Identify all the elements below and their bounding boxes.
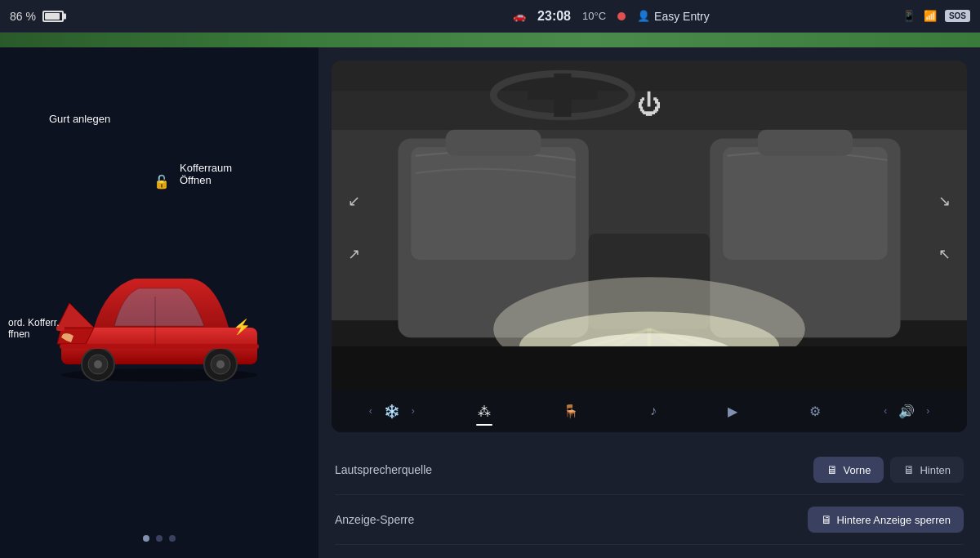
battery-percent: 86 % [10,10,36,23]
status-bar-center: 🚗 23:08 10°C 👤 Easy Entry [328,9,894,24]
right-panel: ⏻ ↙ ↗ ↘ ↖ ‹ ❄️ › ⁂ [318,47,980,558]
lautsprecherquelle-label: Lautsprecherquelle [335,463,432,476]
sos-badge[interactable]: SOS [945,10,970,22]
car-icon: 🚗 [513,10,526,22]
page-dots [143,535,176,542]
wifi-icon: 📶 [924,10,937,22]
video-icon: ▶ [728,404,737,419]
climate-tab[interactable]: ⁂ [470,400,499,422]
seat-fold-right-bottom-icon[interactable]: ↖ [938,245,951,263]
svg-text:⏻: ⏻ [637,91,662,118]
rear-view-camera: ⏻ ↙ ↗ ↘ ↖ [332,60,967,390]
map-strip [0,33,980,47]
lock-display-icon: 🖥 [821,513,832,526]
fan-icon[interactable]: ❄️ [376,400,408,422]
seat-fold-left-bottom-icon[interactable]: ↗ [348,245,360,263]
settings-section: Lautsprecherquelle 🖥 Vorne 🖥 Hinten Anze… [332,445,967,545]
svg-rect-37 [332,346,967,390]
lautsprecherquelle-row: Lautsprecherquelle 🖥 Vorne 🖥 Hinten [335,445,964,495]
svg-rect-34 [446,130,541,156]
svg-rect-35 [758,130,853,156]
fan-speed-increase[interactable]: › [412,405,415,417]
lock-icon: 🔓 [154,174,170,190]
hintere-anzeige-sperren-button[interactable]: 🖥 Hintere Anzeige sperren [808,507,964,533]
dot-1[interactable] [143,535,149,542]
music-icon: ♪ [650,404,657,418]
battery-icon [42,11,64,22]
svg-rect-30 [332,60,967,91]
screen-icon: 📱 [902,10,915,22]
car-visualization: ⚡ [45,238,274,385]
temperature: 10°C [582,10,606,22]
anzeige-sperre-buttons: 🖥 Hintere Anzeige sperren [808,507,964,533]
dot-2[interactable] [156,535,163,542]
seat-icon: 🪑 [563,404,579,419]
battery-display: 86 % [10,10,64,23]
media-toolbar: ‹ ❄️ › ⁂ 🪑 ♪ ▶ ⚙ [332,390,967,432]
status-bar: 86 % 🚗 23:08 10°C 👤 Easy Entry 📱 📶 SOS [0,0,980,33]
svg-point-7 [216,360,225,368]
clock: 23:08 [537,9,571,24]
svg-point-4 [94,360,102,368]
status-bar-left: 86 % [10,10,320,23]
volume-group: ‹ 🔊 › [884,400,929,422]
svg-rect-11 [60,344,259,349]
svg-rect-33 [528,91,598,100]
dot-3[interactable] [169,535,176,542]
label-kofferraum2: ord. Kofferr.ffnen [8,317,59,340]
seat-heating-tab[interactable]: 🪑 [555,400,587,422]
volume-icon[interactable]: 🔊 [890,400,923,422]
anzeige-sperre-row: Anzeige-Sperre 🖥 Hintere Anzeige sperren [335,495,964,545]
left-panel: Gurt anlegen KofferraumÖffnen 🔓 [0,47,318,558]
recording-indicator [617,12,626,20]
hinten-button[interactable]: 🖥 Hinten [890,457,964,483]
label-gurt-anlegen: Gurt anlegen [49,113,110,125]
media-tab[interactable]: ♪ [642,400,665,422]
easy-entry-label: Easy Entry [654,10,710,23]
svg-rect-19 [723,147,888,260]
svg-text:⚡: ⚡ [233,318,252,336]
monitor-front-icon: 🖥 [826,463,838,476]
climate-icon: ⁂ [478,404,491,419]
monitor-rear-icon: 🖥 [903,463,915,476]
seat-fold-right-top-icon[interactable]: ↘ [938,192,951,210]
main-content: Gurt anlegen KofferraumÖffnen 🔓 [0,47,980,558]
seat-fold-left-top-icon[interactable]: ↙ [348,192,360,210]
display-tab[interactable]: ▶ [719,400,746,422]
lautsprecherquelle-buttons: 🖥 Vorne 🖥 Hinten [813,457,964,483]
volume-increase[interactable]: › [926,405,929,417]
rear-view-container: ⏻ ↙ ↗ ↘ ↖ ‹ ❄️ › ⁂ [332,60,967,432]
anzeige-sperre-label: Anzeige-Sperre [335,513,414,526]
fan-speed-group: ‹ ❄️ › [369,400,415,422]
status-bar-right: 📱 📶 SOS [902,10,970,22]
gear-icon: ⚙ [809,404,821,419]
vorne-button[interactable]: 🖥 Vorne [813,457,884,483]
label-kofferraum-oeffnen: KofferraumÖffnen [180,162,232,186]
settings-tab[interactable]: ⚙ [801,400,829,422]
volume-decrease[interactable]: ‹ [884,405,887,417]
user-profile-area[interactable]: 👤 Easy Entry [637,10,710,23]
fan-speed-decrease[interactable]: ‹ [369,405,372,417]
user-icon: 👤 [637,10,650,22]
svg-rect-16 [411,147,575,260]
